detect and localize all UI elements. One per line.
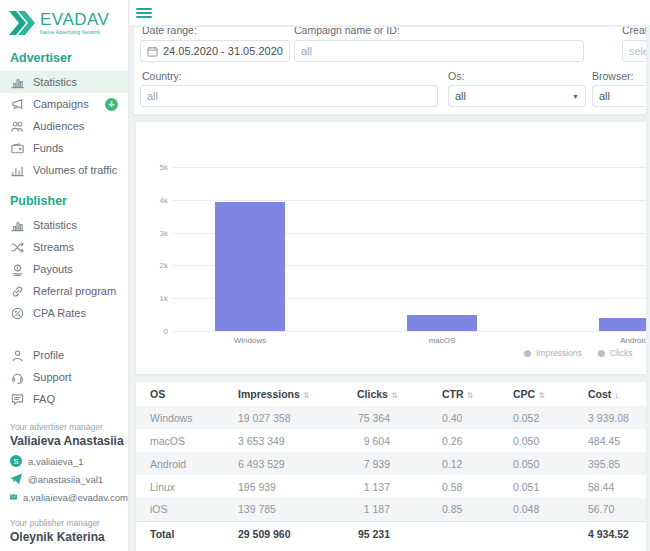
y-tick: 1k	[144, 294, 168, 303]
skype-contact[interactable]: S a.valiaieva_1	[0, 452, 128, 470]
cell-cost: 56.70	[574, 498, 646, 521]
cell-impressions: 139 785	[224, 498, 343, 521]
cell-impressions: 19 027 358	[224, 406, 343, 429]
person-icon	[10, 348, 25, 363]
sidebar-item-referral-program[interactable]: Referral program	[0, 280, 128, 302]
cell-clicks: 1 137	[343, 475, 428, 498]
date-range-label: Date range:	[142, 27, 197, 36]
publisher-manager-label: Your publisher manager	[0, 518, 128, 528]
cell-impressions: 195 939	[224, 475, 343, 498]
people-icon	[10, 119, 25, 134]
date-range-value: 24.05.2020 - 31.05.2020	[163, 45, 283, 57]
bar-windows	[215, 202, 285, 331]
sidebar-item-label: Funds	[33, 142, 64, 154]
columns-chart-icon	[10, 163, 25, 178]
sidebar-item-label: FAQ	[33, 393, 55, 405]
sidebar-item-volumes-of-traffic[interactable]: Volumes of traffic	[0, 159, 128, 181]
sort-icon: ⇅	[303, 391, 310, 400]
creative-field	[622, 40, 646, 62]
legend-clicks[interactable]: Clicks	[598, 348, 633, 358]
cell-cpc: 0.052	[499, 406, 574, 429]
legend-impressions[interactable]: Impressions	[524, 348, 582, 358]
cell-clicks: 9 604	[343, 429, 428, 452]
header-impressions[interactable]: Impressions⇅	[224, 382, 343, 406]
cell-cost: 3 939.08	[574, 406, 646, 429]
bar-android	[599, 318, 646, 331]
cell-total-ctr	[428, 521, 499, 547]
header-cost[interactable]: Cost↓	[574, 382, 646, 406]
chevrons-icon	[9, 11, 35, 35]
y-tick: 3k	[144, 229, 168, 238]
sidebar-item-payouts[interactable]: Payouts	[0, 258, 128, 280]
sidebar-item-publisher-statistics[interactable]: Statistics	[0, 214, 128, 236]
cell-os: Linux	[136, 475, 224, 498]
os-select[interactable]: all ▼	[448, 85, 586, 107]
cell-ctr: 0.40	[428, 406, 499, 429]
sidebar-item-profile[interactable]: Profile	[0, 344, 128, 366]
sidebar-item-advertiser-statistics[interactable]: Statistics	[0, 71, 128, 93]
browser-label: Browser:	[592, 70, 633, 82]
country-label: Country:	[142, 70, 182, 82]
sidebar-item-faq[interactable]: FAQ	[0, 388, 128, 410]
payout-icon	[10, 262, 25, 277]
legend-label: Impressions	[536, 348, 582, 358]
sidebar-item-label: Streams	[33, 241, 74, 253]
publisher-heading: Publisher	[0, 194, 128, 208]
creative-input[interactable]	[629, 45, 646, 57]
cell-os: iOS	[136, 498, 224, 521]
os-label: Os:	[448, 70, 464, 82]
header-cpc[interactable]: CPC⇅	[499, 382, 574, 406]
header-os[interactable]: OS	[136, 382, 224, 406]
legend-dot-icon	[524, 350, 531, 357]
country-input[interactable]	[147, 90, 431, 102]
evadav-logo[interactable]: EVADAV Native Advertising Network	[0, 0, 128, 35]
cell-cpc: 0.050	[499, 429, 574, 452]
date-range-input[interactable]: 24.05.2020 - 31.05.2020	[140, 40, 290, 62]
sidebar-item-streams[interactable]: Streams	[0, 236, 128, 258]
sidebar-item-funds[interactable]: Funds	[0, 137, 128, 159]
sidebar-item-campaigns[interactable]: Campaigns +	[0, 93, 128, 115]
email-contact[interactable]: a.valiaieva@evadav.com	[0, 488, 128, 506]
sidebar-item-label: CPA Rates	[33, 307, 86, 319]
sidebar: EVADAV Native Advertising Network Advert…	[0, 0, 129, 551]
table-row: Android 6 493 529 7 939 0.12 0.050 395.8…	[136, 452, 646, 475]
cell-clicks: 1 187	[343, 498, 428, 521]
y-tick: 5k	[144, 163, 168, 172]
sidebar-item-label: Statistics	[33, 219, 77, 231]
sidebar-item-cpa-rates[interactable]: CPA Rates	[0, 302, 128, 324]
statistics-icon	[10, 75, 25, 90]
cell-os: macOS	[136, 429, 224, 452]
header-ctr[interactable]: CTR⇅	[428, 382, 499, 406]
sidebar-item-audiences[interactable]: Audiences	[0, 115, 128, 137]
y-tick: 4k	[144, 196, 168, 205]
cell-ctr: 0.12	[428, 452, 499, 475]
table-row: Linux 195 939 1 137 0.58 0.051 58.44	[136, 475, 646, 498]
sidebar-item-support[interactable]: Support	[0, 366, 128, 388]
telegram-contact[interactable]: @anastasiia_val1	[0, 470, 128, 488]
cell-ctr: 0.58	[428, 475, 499, 498]
cell-total-cost: 4 934.52	[574, 521, 646, 547]
bar-chart: 5k 4k 3k 2k 1k 0	[172, 167, 646, 331]
sidebar-item-label: Referral program	[33, 285, 116, 297]
add-campaign-button[interactable]: +	[105, 98, 118, 111]
statistics-icon	[10, 218, 25, 233]
advertiser-manager-label: Your advertiser manager	[0, 422, 128, 432]
y-tick: 0	[144, 327, 168, 336]
email-icon	[10, 491, 17, 503]
header-clicks[interactable]: Clicks⇅	[343, 382, 428, 406]
campaign-input[interactable]	[301, 45, 577, 57]
advertiser-heading: Advertiser	[0, 51, 128, 65]
cell-cpc: 0.051	[499, 475, 574, 498]
wallet-icon	[10, 141, 25, 156]
chevron-down-icon: ▼	[572, 93, 579, 100]
cell-cpc: 0.048	[499, 498, 574, 521]
bar-macos	[407, 315, 477, 331]
menu-icon[interactable]	[136, 8, 152, 19]
stats-table: OS Impressions⇅ Clicks⇅ CTR⇅ CPC⇅ Cost↓ …	[136, 382, 646, 547]
skype-handle: a.valiaieva_1	[28, 456, 83, 467]
browser-input[interactable]	[599, 90, 646, 102]
shuffle-icon	[10, 240, 25, 255]
cell-os: Windows	[136, 406, 224, 429]
chart-card: 5k 4k 3k 2k 1k 0 Windows macOS Android I…	[136, 122, 646, 374]
table-row: macOS 3 653 349 9 604 0.26 0.050 484.45	[136, 429, 646, 452]
